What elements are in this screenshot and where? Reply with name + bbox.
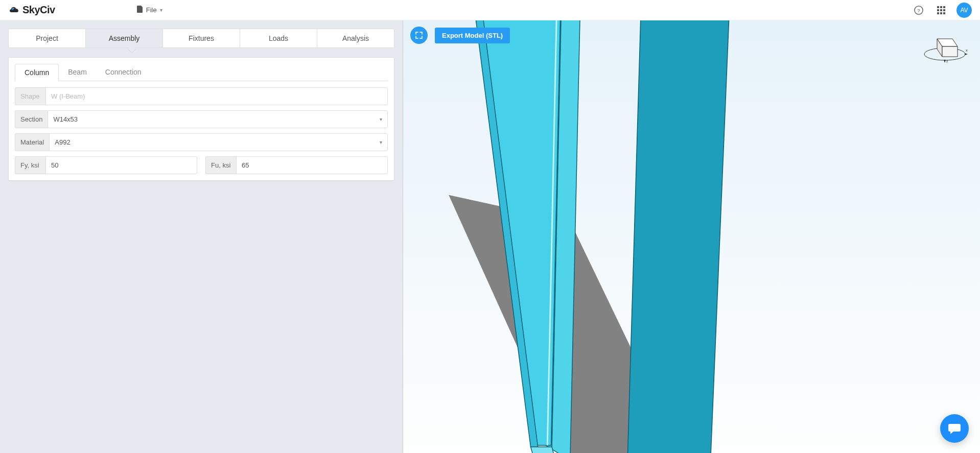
tab-label: Loads bbox=[269, 34, 288, 42]
topbar: SkyCiv File ▾ ? AV bbox=[0, 0, 980, 20]
left-panel: Project Assembly Fixtures Loads Analysis… bbox=[0, 20, 403, 453]
fy-input[interactable] bbox=[45, 156, 197, 174]
fy-label: Fy, ksi bbox=[15, 156, 45, 174]
sub-tabs: Column Beam Connection bbox=[15, 64, 388, 81]
chat-button[interactable] bbox=[940, 414, 969, 443]
apps-button[interactable] bbox=[934, 3, 948, 17]
expand-viewport-button[interactable] bbox=[410, 27, 428, 44]
shape-label: Shape bbox=[15, 87, 45, 105]
tab-analysis[interactable]: Analysis bbox=[317, 29, 394, 47]
main-tabs: Project Assembly Fixtures Loads Analysis bbox=[8, 29, 394, 48]
tab-assembly[interactable]: Assembly bbox=[86, 29, 163, 47]
section-value: W14x53 bbox=[53, 115, 78, 123]
avatar-initials: AV bbox=[960, 7, 968, 14]
svg-marker-11 bbox=[627, 20, 733, 453]
material-value: A992 bbox=[55, 138, 70, 146]
svg-marker-5 bbox=[942, 46, 958, 57]
svg-marker-6 bbox=[965, 53, 968, 55]
avatar[interactable]: AV bbox=[956, 3, 972, 18]
viewport-3d[interactable]: Export Model (STL) x z bbox=[403, 20, 980, 453]
export-model-button[interactable]: Export Model (STL) bbox=[435, 28, 510, 43]
model-render bbox=[403, 20, 980, 453]
file-icon bbox=[137, 6, 143, 14]
material-select[interactable]: A992 ▾ bbox=[49, 133, 388, 151]
sub-tab-connection[interactable]: Connection bbox=[96, 64, 151, 81]
brand-name: SkyCiv bbox=[22, 4, 55, 16]
sub-tab-label: Connection bbox=[105, 68, 142, 76]
caret-down-icon: ▾ bbox=[380, 116, 382, 122]
sub-tab-label: Beam bbox=[68, 68, 87, 76]
file-menu[interactable]: File ▾ bbox=[137, 6, 162, 14]
svg-text:z: z bbox=[946, 59, 948, 63]
section-label: Section bbox=[15, 110, 48, 128]
section-select[interactable]: W14x53 ▾ bbox=[48, 110, 388, 128]
chat-icon bbox=[947, 421, 962, 436]
tab-project[interactable]: Project bbox=[9, 29, 86, 47]
assembly-card: Column Beam Connection Shape bbox=[8, 57, 394, 181]
svg-text:x: x bbox=[966, 49, 968, 52]
tab-label: Assembly bbox=[109, 34, 140, 42]
svg-marker-8 bbox=[944, 60, 946, 63]
workspace: Project Assembly Fixtures Loads Analysis… bbox=[0, 20, 980, 453]
svg-text:?: ? bbox=[917, 7, 920, 13]
brand-logo-container: SkyCiv bbox=[8, 4, 55, 16]
help-button[interactable]: ? bbox=[912, 3, 926, 17]
tab-fixtures[interactable]: Fixtures bbox=[163, 29, 240, 47]
svg-marker-15 bbox=[531, 447, 555, 453]
tab-label: Fixtures bbox=[189, 34, 214, 42]
navigation-cube[interactable]: x z bbox=[922, 29, 968, 66]
tab-label: Analysis bbox=[342, 34, 369, 42]
caret-down-icon: ▾ bbox=[380, 139, 382, 145]
file-menu-label: File bbox=[146, 6, 157, 14]
shape-input bbox=[45, 87, 388, 105]
skyciv-cloud-icon bbox=[8, 4, 20, 16]
sub-tab-column[interactable]: Column bbox=[15, 64, 59, 81]
sub-tab-beam[interactable]: Beam bbox=[59, 64, 96, 81]
sub-tab-label: Column bbox=[25, 68, 49, 77]
fu-input[interactable] bbox=[236, 156, 388, 174]
chevron-down-icon: ▾ bbox=[160, 7, 162, 13]
apps-grid-icon bbox=[937, 6, 945, 14]
export-model-label: Export Model (STL) bbox=[442, 32, 503, 39]
tab-loads[interactable]: Loads bbox=[240, 29, 317, 47]
tab-label: Project bbox=[36, 34, 58, 42]
material-label: Material bbox=[15, 133, 49, 151]
fu-label: Fu, ksi bbox=[205, 156, 236, 174]
